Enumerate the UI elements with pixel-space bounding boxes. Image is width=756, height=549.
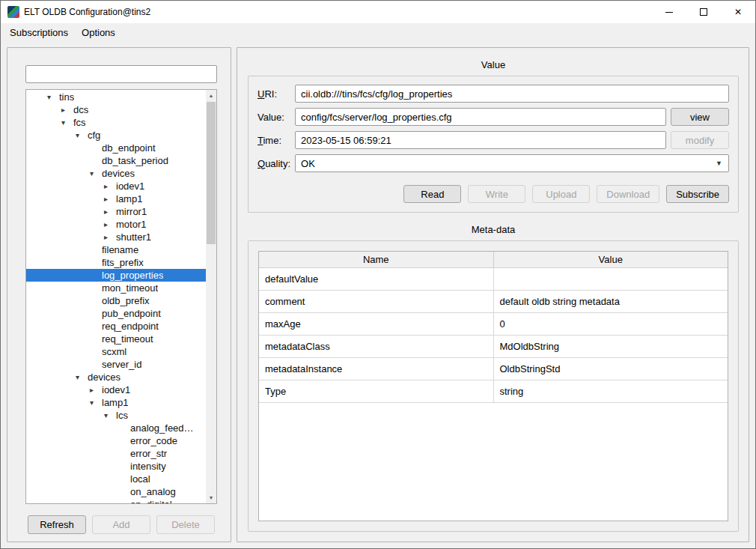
tree-item-devices[interactable]: ▾devices <box>26 167 206 180</box>
tree-item-fits_prefix[interactable]: fits_prefix <box>26 256 206 269</box>
tree-indent <box>47 351 90 352</box>
chevron-right-icon[interactable]: ▸ <box>104 231 116 243</box>
tree-item-motor1[interactable]: ▸motor1 <box>26 218 206 231</box>
quality-selected-value: OK <box>301 158 315 169</box>
subscribe-button[interactable]: Subscribe <box>666 185 729 203</box>
maximize-button[interactable] <box>686 1 721 23</box>
minimize-button[interactable] <box>652 1 686 23</box>
tree-item-error_code[interactable]: error_code <box>26 434 206 447</box>
tree-indent <box>47 415 104 416</box>
tree-item-mon_timeout[interactable]: mon_timeout <box>26 282 206 294</box>
column-header-value[interactable]: Value <box>493 252 728 267</box>
chevron-down-icon[interactable]: ▾ <box>61 116 73 129</box>
tree-item-local[interactable]: local <box>26 473 206 485</box>
tree-item-cfg[interactable]: ▾cfg <box>26 129 206 142</box>
tree-item-req_endpoint[interactable]: req_endpoint <box>26 320 206 333</box>
time-row: Time: modify <box>257 131 729 149</box>
chevron-right-icon[interactable]: ▸ <box>61 103 73 116</box>
tree-item-intensity[interactable]: intensity <box>26 460 206 473</box>
tree-scrollbar[interactable]: ▲ ▼ <box>206 90 216 503</box>
tree-item-label: oldb_prefix <box>102 295 150 306</box>
download-button[interactable]: Download <box>597 185 659 203</box>
table-row[interactable]: metadataClassMdOldbString <box>259 336 728 358</box>
tree-item-shutter1[interactable]: ▸shutter1 <box>26 231 206 243</box>
tree-item-error_str[interactable]: error_str <box>26 447 206 460</box>
chevron-down-icon[interactable]: ▾ <box>90 396 102 409</box>
tree-item-scxml[interactable]: scxml <box>26 345 206 358</box>
chevron-down-icon[interactable]: ▾ <box>90 167 102 180</box>
tree-indent <box>47 249 90 250</box>
chevron-right-icon[interactable]: ▸ <box>104 192 116 205</box>
tree-item-label: on_analog <box>130 486 176 497</box>
tree-item-on_digital[interactable]: on_digital <box>26 498 206 503</box>
write-button[interactable]: Write <box>468 185 525 203</box>
chevron-right-icon[interactable]: ▸ <box>104 205 116 218</box>
tree-item-mirror1[interactable]: ▸mirror1 <box>26 205 206 218</box>
chevron-right-icon[interactable]: ▸ <box>104 180 116 192</box>
tree-item-lamp1[interactable]: ▾lamp1 <box>26 396 206 409</box>
table-row[interactable]: metadataInstanceOldbStringStd <box>259 358 728 380</box>
close-button[interactable]: ✕ <box>721 1 755 23</box>
add-button[interactable]: Add <box>92 515 150 534</box>
tree-item-on_analog[interactable]: on_analog <box>26 485 206 498</box>
chevron-right-icon[interactable]: ▸ <box>104 218 116 231</box>
tree-item-iodev1[interactable]: ▸iodev1 <box>26 180 206 192</box>
tree-item-label: iodev1 <box>102 384 130 395</box>
value-input[interactable] <box>295 108 666 126</box>
tree-item-log_properties[interactable]: log_properties <box>26 269 206 282</box>
table-row[interactable]: maxAge0 <box>259 313 728 336</box>
tree-item-pub_endpoint[interactable]: pub_endpoint <box>26 307 206 320</box>
chevron-down-icon[interactable]: ▾ <box>104 409 116 422</box>
tree-indent <box>47 186 104 186</box>
tree-item-filename[interactable]: filename <box>26 243 206 256</box>
tree-item-label: filename <box>102 244 138 255</box>
uri-row: URI: <box>257 85 729 103</box>
scrollbar-track[interactable] <box>206 101 216 492</box>
tree-indent <box>47 160 90 161</box>
table-row[interactable]: defaultValue <box>259 268 728 291</box>
table-row[interactable]: Typestring <box>259 380 728 403</box>
tree-indent <box>47 288 90 288</box>
refresh-button[interactable]: Refresh <box>28 515 86 534</box>
upload-button[interactable]: Upload <box>532 185 590 203</box>
chevron-down-icon[interactable]: ▾ <box>47 91 59 103</box>
tree-item-db_task_period[interactable]: db_task_period <box>26 154 206 167</box>
tree-indent <box>47 148 90 148</box>
tree-indent <box>47 224 104 225</box>
tree-item-analog_feed[interactable]: analog_feed… <box>26 422 206 434</box>
tree-item-lamp1[interactable]: ▸lamp1 <box>26 192 206 205</box>
tree-item-devices[interactable]: ▾devices <box>26 371 206 383</box>
chevron-down-icon[interactable]: ▾ <box>76 129 88 142</box>
modify-button[interactable]: modify <box>671 131 729 149</box>
uri-input[interactable] <box>295 85 729 103</box>
table-row[interactable]: commentdefault oldb string metadata <box>259 291 728 313</box>
delete-button[interactable]: Delete <box>156 515 215 534</box>
tree-item-dcs[interactable]: ▸dcs <box>26 103 206 116</box>
menu-options[interactable]: Options <box>75 23 122 41</box>
column-header-name[interactable]: Name <box>259 252 493 267</box>
tree-item-db_endpoint[interactable]: db_endpoint <box>26 142 206 154</box>
menubar: Subscriptions Options <box>1 23 755 41</box>
scrollbar-thumb[interactable] <box>207 102 216 244</box>
tree-indent <box>47 377 76 377</box>
tree-item-req_timeout[interactable]: req_timeout <box>26 333 206 345</box>
view-button[interactable]: view <box>671 108 729 126</box>
tree-item-fcs[interactable]: ▾fcs <box>26 116 206 129</box>
chevron-right-icon[interactable]: ▸ <box>90 383 102 396</box>
tree-item-oldb_prefix[interactable]: oldb_prefix <box>26 294 206 307</box>
tree-indent <box>47 440 118 441</box>
tree-item-tins[interactable]: ▾tins <box>26 91 206 103</box>
tree-item-server_id[interactable]: server_id <box>26 358 206 371</box>
tree-filter-input[interactable] <box>25 65 217 83</box>
scroll-up-icon[interactable]: ▲ <box>206 90 216 101</box>
tree-item-iodev1[interactable]: ▸iodev1 <box>26 383 206 396</box>
chevron-down-icon[interactable]: ▾ <box>76 371 88 383</box>
scroll-down-icon[interactable]: ▼ <box>206 492 216 503</box>
tree-indent <box>47 326 90 327</box>
tree-indent <box>47 122 61 123</box>
time-input[interactable] <box>295 131 666 149</box>
menu-subscriptions[interactable]: Subscriptions <box>3 23 75 41</box>
read-button[interactable]: Read <box>403 185 461 203</box>
tree-item-lcs[interactable]: ▾lcs <box>26 409 206 422</box>
quality-select[interactable]: OK ▼ <box>295 154 729 172</box>
